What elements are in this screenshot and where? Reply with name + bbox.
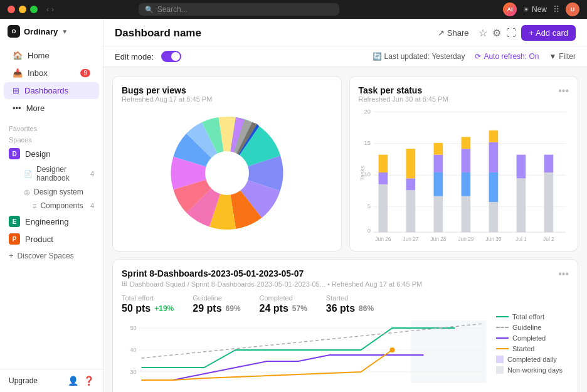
svg-rect-12	[378, 184, 388, 232]
share-icon: ↗	[438, 28, 445, 38]
sub-item-components[interactable]: ≡ Components 4	[0, 199, 103, 213]
svg-text:Jun 27: Jun 27	[403, 236, 418, 242]
filter-button[interactable]: ▼ Filter	[549, 52, 576, 61]
metric-completed: Completed 24 pts 57%	[260, 294, 307, 314]
legend-guideline: Guideline	[496, 324, 569, 331]
add-card-button[interactable]: + Add card	[521, 25, 576, 41]
grid-icon[interactable]: ⠿	[553, 4, 559, 14]
legend-line-total	[496, 316, 509, 317]
svg-rect-27	[461, 149, 470, 172]
edit-mode-toggle[interactable]	[161, 51, 181, 62]
sidebar-item-dashboards[interactable]: ⊞ Dashboards	[4, 82, 99, 99]
search-bar[interactable]: 🔍 Search...	[139, 3, 339, 16]
svg-rect-39	[544, 172, 553, 232]
workspace-chevron: ▼	[61, 28, 68, 35]
bugs-card-header: Bugs per views Refreshed Aug 17 at 6:45 …	[122, 85, 332, 103]
help-icon[interactable]: ❓	[83, 376, 94, 386]
favorites-label: Favorites	[0, 120, 103, 134]
expand-icon[interactable]: ⛶	[506, 28, 516, 39]
workspace-name: Ordinary	[24, 27, 58, 36]
doc-icon: 📄	[24, 170, 33, 178]
svg-text:Jul 2: Jul 2	[543, 236, 554, 242]
discover-spaces[interactable]: + Discover Spaces	[0, 248, 103, 263]
svg-text:40: 40	[130, 347, 136, 353]
svg-rect-22	[433, 155, 443, 172]
svg-text:30: 30	[130, 369, 136, 375]
metric-started: Started 36 pts 86%	[326, 294, 374, 314]
task-status-card: Task per status Refreshed Jun 30 at 6:45…	[349, 76, 579, 252]
space-item-product[interactable]: P Product	[0, 230, 103, 248]
dashboards-icon: ⊞	[13, 86, 19, 95]
svg-point-50	[390, 347, 395, 352]
search-placeholder: Search...	[157, 5, 188, 14]
metric-value-0: 50 pts +19%	[122, 303, 174, 314]
metric-pct-2: 57%	[292, 304, 307, 313]
legend-line-started	[496, 348, 509, 349]
svg-rect-40	[544, 155, 553, 172]
svg-point-0	[205, 151, 249, 195]
bar-chart-svg: 20 15 10 5 0 Tasks	[359, 104, 569, 242]
toolbar: Edit mode: 🔄 Last updated: Yesterday ⟳ A…	[103, 46, 587, 67]
space-item-engineering[interactable]: E Engineering	[0, 213, 103, 230]
svg-rect-37	[516, 155, 526, 179]
workspace-selector[interactable]: O Ordinary ▼	[8, 25, 68, 38]
sidebar-item-inbox[interactable]: 📥 Inbox 9	[4, 65, 99, 82]
svg-rect-32	[489, 142, 498, 172]
svg-rect-31	[489, 172, 498, 202]
sidebar-item-home[interactable]: 🏠 Home	[4, 47, 99, 64]
titlebar-right: AI ☀ New ⠿ U	[503, 3, 579, 16]
nav-arrows: ‹ ›	[46, 5, 54, 14]
plus-icon: +	[9, 251, 14, 260]
ai-button[interactable]: AI	[503, 3, 517, 16]
auto-refresh-button[interactable]: ⟳ Auto refresh: On	[475, 52, 539, 61]
task-card-menu[interactable]: •••	[558, 85, 569, 97]
settings-icon[interactable]: ⚙	[492, 27, 501, 39]
engineering-avatar: E	[9, 216, 20, 227]
home-icon: 🏠	[13, 51, 23, 60]
bugs-card-title: Bugs per views	[122, 85, 212, 95]
svg-text:Jul 1: Jul 1	[516, 236, 527, 242]
new-button[interactable]: ☀ New	[523, 5, 547, 14]
metric-value-1: 29 pts 69%	[193, 303, 240, 314]
svg-rect-13	[378, 172, 388, 184]
metric-guideline: Guideline 29 pts 69%	[193, 294, 240, 314]
forward-arrow[interactable]: ›	[51, 5, 54, 14]
dashboard-area: Bugs per views Refreshed Aug 17 at 6:45 …	[103, 67, 587, 392]
svg-text:Jun 28: Jun 28	[430, 236, 446, 242]
svg-text:Jun 26: Jun 26	[375, 236, 391, 242]
sidebar: O Ordinary ▼ 🏠 Home 📥 Inbox 9 ⊞ Dashboar…	[0, 19, 103, 392]
sub-item-design-system[interactable]: ◎ Design system	[0, 185, 103, 199]
star-icon[interactable]: ☆	[479, 27, 487, 39]
share-button[interactable]: ↗ Share	[433, 26, 474, 40]
task-card-title: Task per status	[359, 85, 559, 95]
close-button[interactable]	[8, 6, 15, 13]
metric-label-2: Completed	[260, 294, 307, 302]
sidebar-item-more[interactable]: ••• More	[4, 100, 99, 117]
profile-icon[interactable]: 👤	[68, 376, 78, 386]
legend-line-completed	[496, 337, 509, 339]
legend-total-effort: Total effort	[496, 313, 569, 320]
auto-refresh-icon: ⟳	[475, 52, 481, 61]
legend-non-working: Non-working days	[496, 366, 569, 374]
legend-started: Started	[496, 345, 569, 352]
minimize-button[interactable]	[19, 6, 26, 13]
task-card-header: Task per status Refreshed Jun 30 at 6:45…	[359, 85, 569, 103]
legend-box-completed-daily	[496, 356, 504, 363]
legend-dash-guideline	[496, 327, 509, 328]
svg-text:20: 20	[364, 108, 370, 115]
sprint-card-menu[interactable]: •••	[558, 268, 569, 280]
metric-pct-3: 86%	[359, 304, 374, 313]
svg-text:(Today): (Today)	[485, 241, 500, 242]
sprint-legend: Total effort Guideline Completed St	[487, 294, 569, 392]
design-avatar: D	[9, 148, 20, 159]
inbox-icon: 📥	[13, 68, 23, 78]
sidebar-bottom: Upgrade 👤 ❓	[0, 369, 103, 392]
svg-text:Tasks: Tasks	[359, 166, 366, 181]
sub-item-designer-handbook[interactable]: 📄 Designer handbook 4	[0, 162, 103, 185]
space-item-design[interactable]: D Design	[0, 145, 103, 162]
workspace-icon: O	[8, 25, 20, 38]
maximize-button[interactable]	[30, 6, 38, 13]
back-arrow[interactable]: ‹	[46, 5, 49, 14]
upgrade-button[interactable]: Upgrade	[9, 376, 63, 385]
user-avatar[interactable]: U	[566, 3, 579, 16]
